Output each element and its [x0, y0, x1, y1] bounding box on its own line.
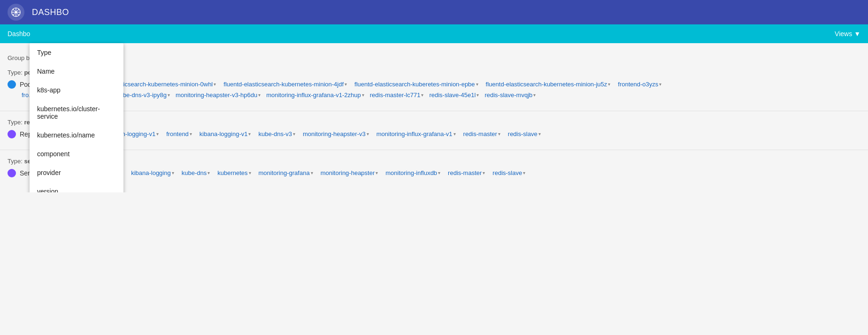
dropdown-item-type[interactable]: Type [30, 43, 123, 62]
group-by-label: Group by [8, 54, 32, 61]
chevron-down-icon: ▾ [523, 170, 525, 175]
chevron-down-icon: ▾ [168, 92, 170, 98]
rc-chip-heapster[interactable]: monitoring-heapster-v3 ▾ [301, 129, 371, 138]
chevron-down-icon: ▾ [258, 92, 261, 98]
replication-type-label: Type: rep [8, 119, 860, 126]
divider-2 [0, 150, 868, 150]
svc-chip-redis-master[interactable]: redis-master ▾ [446, 168, 487, 177]
chevron-down-icon: ▾ [207, 170, 210, 175]
chevron-down-icon: ▾ [293, 131, 295, 137]
dropdown-menu-scroll[interactable]: Type Name k8s-app kubernetes.io/cluster-… [30, 43, 123, 192]
pod-row2: fro... ▾ kibana-logging-v1-pdfsk ▾ kube-… [8, 91, 860, 99]
svc-chip-monitoring-influxdb[interactable]: monitoring-influxdb ▾ [384, 168, 442, 177]
chevron-down-icon: ▾ [533, 92, 536, 98]
chevron-down-icon: ▾ [345, 82, 347, 87]
svg-line-9 [13, 14, 15, 15]
chevron-down-icon: ▾ [367, 131, 369, 137]
service-type-label: Type: service [8, 158, 860, 165]
svc-chip-monitoring-grafana[interactable]: monitoring-grafana ▾ [257, 168, 315, 177]
rc-chip-frontend[interactable]: frontend ▾ [164, 129, 194, 138]
service-dot [8, 169, 16, 177]
svc-chip-kube-dns[interactable]: kube-dns ▾ [180, 168, 212, 177]
chevron-down-icon: ▾ [498, 131, 500, 137]
chevron-down-icon: ▾ [608, 82, 610, 87]
chevron-down-icon: ▾ [214, 82, 216, 87]
dropdown-item-version[interactable]: version [30, 182, 123, 192]
pod-chip-fluentd-epbe[interactable]: fluentd-elasticsearch-kuberetes-minion-e… [353, 80, 480, 89]
service-type-row: Services elasticsearch-logging ▾ kibana-… [8, 168, 860, 177]
pod-chip-frontend-o3yzs[interactable]: frontend-o3yzs ▾ [616, 80, 663, 89]
chevron-down-icon: ▾ [538, 131, 541, 137]
chevron-down-icon: ▾ [172, 170, 174, 175]
replication-section: Type: rep ReplicationControllers elastic… [0, 115, 868, 146]
views-chevron-icon: ▼ [854, 30, 860, 38]
chevron-down-icon: ▾ [476, 82, 478, 87]
replication-dot [8, 130, 16, 138]
app-title: DASHBO [32, 8, 69, 17]
pod-chip-heapster[interactable]: monitoring-heapster-v3-hp6du ▾ [174, 91, 262, 99]
chevron-down-icon: ▾ [248, 131, 251, 137]
pod-type-row: Pods elas... ▾ fluentd-elasticsearch-kub… [8, 80, 860, 89]
rc-chip-kube-dns[interactable]: kube-dns-v3 ▾ [256, 129, 297, 138]
rc-chip-influx-grafana[interactable]: monitoring-influx-grafana-v1 ▾ [375, 129, 458, 138]
svc-chip-kibana[interactable]: kibana-logging ▾ [129, 168, 176, 177]
chevron-down-icon: ▾ [659, 82, 661, 87]
svc-chip-kubernetes[interactable]: kubernetes ▾ [215, 168, 253, 177]
chevron-down-icon: ▾ [190, 131, 192, 137]
pod-type-label: Type: po [8, 69, 860, 76]
app-logo [8, 4, 24, 21]
chevron-down-icon: ▾ [311, 170, 313, 175]
chevron-down-icon: ▾ [476, 92, 479, 98]
top-nav: DASHBO [0, 0, 868, 24]
pod-section: Type: po Pods elas... ▾ fluentd-elastics… [0, 65, 868, 107]
dashboard-label: Dashbo [8, 30, 30, 38]
svg-point-1 [15, 11, 17, 14]
chevron-down-icon: ▾ [421, 92, 423, 98]
pod-chip-redis-slave-45e1l[interactable]: redis-slave-45e1l ▾ [427, 91, 481, 99]
dropdown-menu: Type Name k8s-app kubernetes.io/cluster-… [30, 43, 123, 192]
pod-chip-redis-slave-mvqjb[interactable]: redis-slave-mvqjb ▾ [483, 91, 538, 99]
dropdown-item-provider[interactable]: provider [30, 163, 123, 182]
chevron-down-icon: ▾ [156, 131, 159, 137]
pod-chip-redis-master[interactable]: redis-master-lc771 ▾ [368, 91, 426, 99]
divider-1 [0, 111, 868, 111]
rc-chip-redis-master[interactable]: redis-master ▾ [461, 129, 502, 138]
chevron-down-icon: ▾ [453, 131, 456, 137]
svc-chip-redis-slave[interactable]: redis-slave ▾ [491, 168, 527, 177]
svg-line-6 [13, 9, 15, 11]
service-section: Type: service Services elasticsearch-log… [0, 154, 868, 185]
svg-line-8 [17, 9, 19, 11]
main-content: Group by Type Name k8s-app kubernetes.io… [0, 43, 868, 192]
pod-chip-influx-grafana[interactable]: monitoring-influx-grafana-v1-2zhup ▾ [264, 91, 366, 99]
svc-chip-monitoring-heapster[interactable]: monitoring-heapster ▾ [319, 168, 380, 177]
chevron-down-icon: ▾ [483, 170, 485, 175]
dropdown-item-cluster-service[interactable]: kubernetes.io/cluster-service [30, 99, 123, 126]
pod-dot [8, 80, 16, 89]
pod-chip-fluentd-ju5z[interactable]: fluentd-elasticsearch-kubernetes-minion-… [484, 80, 613, 89]
views-button[interactable]: Views ▼ [835, 30, 860, 38]
group-by-bar: Group by [0, 51, 868, 65]
secondary-nav: Dashbo Views ▼ [0, 24, 868, 43]
rc-chip-redis-slave[interactable]: redis-slave ▾ [506, 129, 543, 138]
pod-chip-fluentd-4jdf[interactable]: fluentd-elasticsearch-kubernetes-minion-… [222, 80, 349, 89]
rc-chip-kibana[interactable]: kibana-logging-v1 ▾ [198, 129, 253, 138]
views-label: Views [835, 30, 852, 38]
dropdown-item-k8s-app[interactable]: k8s-app [30, 81, 123, 99]
replication-type-row: ReplicationControllers elasticsearch-log… [8, 129, 860, 138]
chevron-down-icon: ▾ [376, 170, 378, 175]
svg-line-7 [17, 14, 19, 15]
dropdown-item-component[interactable]: component [30, 145, 123, 163]
dropdown-item-name[interactable]: Name [30, 62, 123, 81]
chevron-down-icon: ▾ [438, 170, 440, 175]
chevron-down-icon: ▾ [249, 170, 251, 175]
dropdown-item-k8s-name[interactable]: kubernetes.io/name [30, 126, 123, 145]
chevron-down-icon: ▾ [362, 92, 364, 98]
